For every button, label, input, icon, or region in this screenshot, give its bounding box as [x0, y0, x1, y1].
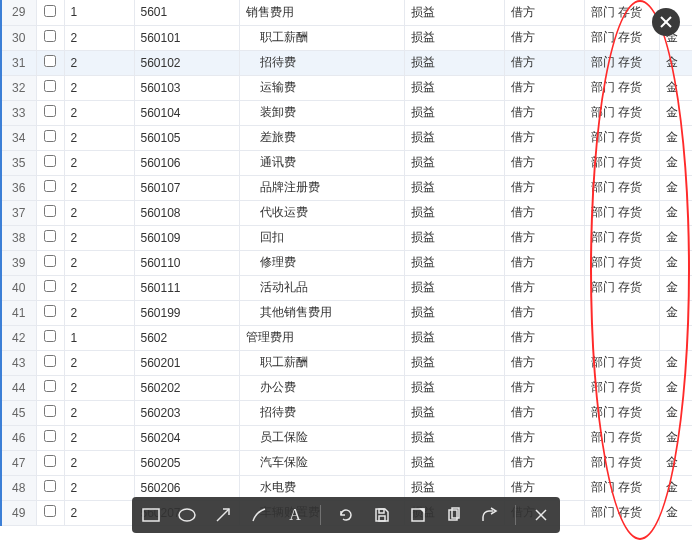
cell-aux[interactable]: 部门 存货	[584, 450, 659, 475]
cell-code[interactable]: 560204	[134, 425, 239, 450]
row-checkbox[interactable]	[44, 330, 56, 342]
text-icon[interactable]: A	[284, 504, 306, 526]
table-row[interactable]: 392560110修理费损益借方部门 存货金	[1, 250, 692, 275]
cell-type[interactable]: 损益	[404, 125, 504, 150]
cell-code[interactable]: 560109	[134, 225, 239, 250]
cell-name[interactable]: 差旅费	[239, 125, 404, 150]
save-icon[interactable]	[371, 504, 393, 526]
cell-level[interactable]: 2	[64, 75, 134, 100]
cell-direction[interactable]: 借方	[504, 400, 584, 425]
brush-icon[interactable]	[248, 504, 270, 526]
cell-unit[interactable]	[659, 325, 692, 350]
cell-level[interactable]: 2	[64, 200, 134, 225]
cell-unit[interactable]: 金	[659, 275, 692, 300]
table-row[interactable]: 402560111活动礼品损益借方部门 存货金	[1, 275, 692, 300]
cell-type[interactable]: 损益	[404, 400, 504, 425]
cell-direction[interactable]: 借方	[504, 225, 584, 250]
cell-direction[interactable]: 借方	[504, 0, 584, 25]
row-checkbox[interactable]	[44, 480, 56, 492]
cell-type[interactable]: 损益	[404, 25, 504, 50]
cell-type[interactable]: 损益	[404, 175, 504, 200]
cell-aux[interactable]	[584, 300, 659, 325]
table-row[interactable]: 372560108代收运费损益借方部门 存货金	[1, 200, 692, 225]
cell-name[interactable]: 职工薪酬	[239, 350, 404, 375]
row-checkbox[interactable]	[44, 155, 56, 167]
cancel-icon[interactable]	[530, 504, 552, 526]
table-row[interactable]: 302560101职工薪酬损益借方部门 存货金	[1, 25, 692, 50]
cell-level[interactable]: 2	[64, 125, 134, 150]
cell-level[interactable]: 1	[64, 325, 134, 350]
cell-name[interactable]: 员工保险	[239, 425, 404, 450]
cell-unit[interactable]: 金	[659, 75, 692, 100]
cell-level[interactable]: 2	[64, 450, 134, 475]
cell-name[interactable]: 通讯费	[239, 150, 404, 175]
cell-code[interactable]: 560105	[134, 125, 239, 150]
copy-icon[interactable]	[443, 504, 465, 526]
cell-unit[interactable]: 金	[659, 375, 692, 400]
cell-type[interactable]: 损益	[404, 350, 504, 375]
cell-code[interactable]: 560108	[134, 200, 239, 225]
cell-aux[interactable]: 部门 存货	[584, 475, 659, 500]
row-checkbox[interactable]	[44, 305, 56, 317]
cell-type[interactable]: 损益	[404, 150, 504, 175]
cell-code[interactable]: 560104	[134, 100, 239, 125]
cell-direction[interactable]: 借方	[504, 25, 584, 50]
cell-aux[interactable]: 部门 存货	[584, 75, 659, 100]
cell-unit[interactable]: 金	[659, 175, 692, 200]
cell-direction[interactable]: 借方	[504, 250, 584, 275]
cell-type[interactable]: 损益	[404, 100, 504, 125]
row-checkbox[interactable]	[44, 55, 56, 67]
cell-level[interactable]: 2	[64, 400, 134, 425]
cell-aux[interactable]: 部门 存货	[584, 400, 659, 425]
cell-direction[interactable]: 借方	[504, 200, 584, 225]
cell-unit[interactable]: 金	[659, 475, 692, 500]
table-row[interactable]: 342560105差旅费损益借方部门 存货金	[1, 125, 692, 150]
table-row[interactable]: 472560205汽车保险损益借方部门 存货金	[1, 450, 692, 475]
cell-unit[interactable]: 金	[659, 350, 692, 375]
cell-code[interactable]: 560107	[134, 175, 239, 200]
cell-unit[interactable]: 金	[659, 450, 692, 475]
cell-name[interactable]: 活动礼品	[239, 275, 404, 300]
cell-aux[interactable]: 部门 存货	[584, 500, 659, 525]
cell-level[interactable]: 2	[64, 150, 134, 175]
cell-level[interactable]: 2	[64, 475, 134, 500]
table-row[interactable]: 412560199其他销售费用损益借方金	[1, 300, 692, 325]
table-row[interactable]: 462560204员工保险损益借方部门 存货金	[1, 425, 692, 450]
cell-aux[interactable]: 部门 存货	[584, 275, 659, 300]
cell-aux[interactable]: 部门 存货	[584, 200, 659, 225]
cell-type[interactable]: 损益	[404, 250, 504, 275]
row-checkbox[interactable]	[44, 130, 56, 142]
cell-code[interactable]: 560203	[134, 400, 239, 425]
cell-code[interactable]: 560111	[134, 275, 239, 300]
cell-unit[interactable]: 金	[659, 50, 692, 75]
cell-unit[interactable]: 金	[659, 425, 692, 450]
cell-level[interactable]: 2	[64, 100, 134, 125]
cell-direction[interactable]: 借方	[504, 275, 584, 300]
row-checkbox[interactable]	[44, 205, 56, 217]
ellipse-icon[interactable]	[176, 504, 198, 526]
row-checkbox[interactable]	[44, 455, 56, 467]
cell-code[interactable]: 560199	[134, 300, 239, 325]
cell-level[interactable]: 2	[64, 225, 134, 250]
cell-code[interactable]: 560110	[134, 250, 239, 275]
cell-level[interactable]: 2	[64, 275, 134, 300]
cell-name[interactable]: 回扣	[239, 225, 404, 250]
table-row[interactable]: 4215602管理费用损益借方	[1, 325, 692, 350]
row-checkbox[interactable]	[44, 105, 56, 117]
cell-aux[interactable]: 部门 存货	[584, 425, 659, 450]
table-row[interactable]: 352560106通讯费损益借方部门 存货金	[1, 150, 692, 175]
cell-direction[interactable]: 借方	[504, 125, 584, 150]
cell-name[interactable]: 其他销售费用	[239, 300, 404, 325]
cell-aux[interactable]: 部门 存货	[584, 25, 659, 50]
table-row[interactable]: 452560203招待费损益借方部门 存货金	[1, 400, 692, 425]
table-row[interactable]: 442560202办公费损益借方部门 存货金	[1, 375, 692, 400]
cell-type[interactable]: 损益	[404, 50, 504, 75]
cell-name[interactable]: 管理费用	[239, 325, 404, 350]
cell-name[interactable]: 招待费	[239, 50, 404, 75]
close-button[interactable]	[652, 8, 680, 36]
table-row[interactable]: 382560109回扣损益借方部门 存货金	[1, 225, 692, 250]
cell-type[interactable]: 损益	[404, 450, 504, 475]
table-row[interactable]: 362560107品牌注册费损益借方部门 存货金	[1, 175, 692, 200]
table-row[interactable]: 2915601销售费用损益借方部门 存货	[1, 0, 692, 25]
cell-name[interactable]: 运输费	[239, 75, 404, 100]
